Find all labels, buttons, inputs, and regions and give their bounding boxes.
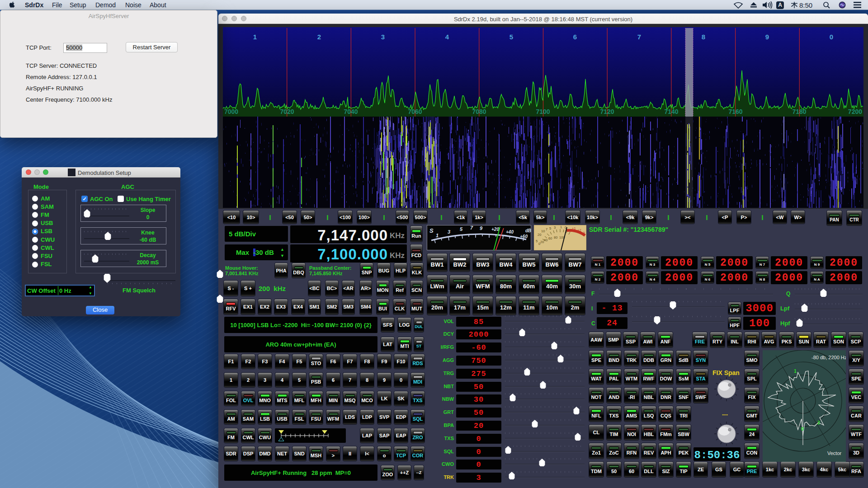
svg-text:5: 5 — [536, 239, 538, 243]
svg-text:10: 10 — [541, 229, 545, 233]
svg-text:3: 3 — [448, 229, 450, 235]
svg-text:7120: 7120 — [600, 108, 614, 115]
svg-text:8: 8 — [702, 33, 705, 41]
svg-text:80: 80 — [554, 235, 557, 239]
svg-text:3: 3 — [554, 225, 556, 230]
svg-text:1: 1 — [436, 233, 439, 238]
svg-text:7200: 7200 — [848, 108, 862, 115]
svg-text:-80 db, 2200 Hz: -80 db, 2200 Hz — [811, 355, 846, 360]
svg-text:7080: 7080 — [472, 108, 486, 115]
svg-text:2: 2 — [817, 420, 820, 425]
svg-text:-3: -3 — [582, 231, 585, 235]
svg-text:1: 1 — [253, 33, 257, 41]
svg-text:+1: +1 — [572, 226, 576, 230]
svg-text:40: 40 — [544, 238, 547, 242]
svg-text:+2: +2 — [577, 228, 581, 232]
svg-text:0: 0 — [830, 33, 833, 41]
svg-text:6: 6 — [573, 33, 577, 41]
svg-text:5: 5 — [460, 226, 463, 232]
svg-text:9: 9 — [480, 225, 483, 231]
svg-text:+20: +20 — [491, 227, 499, 232]
svg-text:9: 9 — [765, 33, 769, 41]
svg-text:7180: 7180 — [792, 108, 806, 115]
svg-text:dB: dB — [525, 228, 531, 233]
svg-text:20: 20 — [538, 233, 541, 237]
svg-text:1: 1 — [560, 225, 562, 229]
svg-text:S: S — [429, 227, 434, 234]
svg-text:4: 4 — [445, 33, 449, 41]
svg-text:3: 3 — [381, 33, 385, 41]
svg-text:7040: 7040 — [344, 108, 358, 115]
svg-text:5: 5 — [509, 33, 513, 41]
svg-text:+40: +40 — [506, 230, 514, 235]
svg-text:7140: 7140 — [664, 108, 678, 115]
svg-text:2: 2 — [317, 33, 321, 41]
svg-text:1: 1 — [794, 368, 797, 374]
svg-text:7020: 7020 — [280, 108, 294, 115]
svg-text:5: 5 — [549, 226, 551, 230]
svg-text:7: 7 — [546, 227, 547, 231]
svg-text:60: 60 — [548, 236, 552, 240]
svg-text:7160: 7160 — [728, 108, 742, 115]
svg-text:7060: 7060 — [408, 108, 422, 115]
svg-text:7: 7 — [470, 225, 473, 230]
svg-text:0: 0 — [801, 426, 804, 432]
svg-text:+60: +60 — [520, 234, 528, 239]
svg-text:7000: 7000 — [224, 108, 238, 115]
svg-text:7100: 7100 — [536, 108, 550, 115]
svg-text:Vector: Vector — [827, 450, 842, 456]
svg-text:7: 7 — [637, 33, 641, 41]
